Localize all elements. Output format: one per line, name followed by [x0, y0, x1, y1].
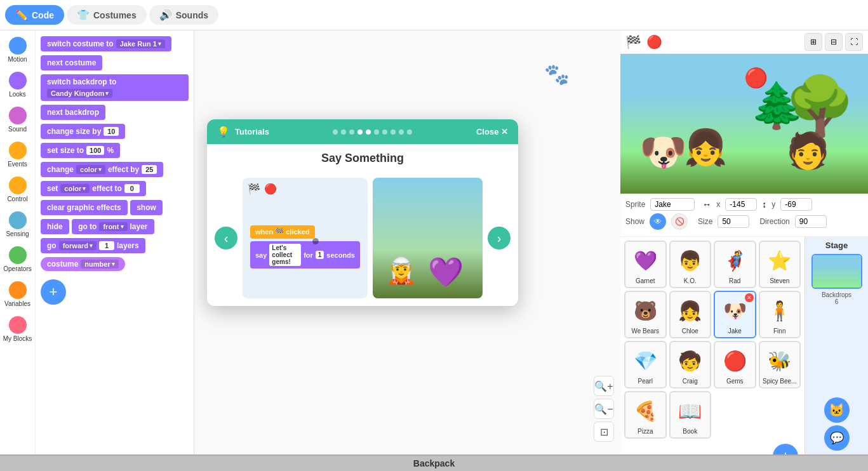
sidebar-item-variables[interactable]: Variables	[0, 277, 35, 311]
layout-split-button[interactable]: ⊟	[825, 33, 843, 51]
ko-label: K.O.	[684, 277, 697, 284]
operators-label: Operators	[3, 265, 31, 272]
categories-sidebar: Motion Looks Sound Events Control Sensin…	[0, 30, 36, 454]
sound-label: Sound	[8, 126, 27, 133]
sprites-grid: 💜 Garnet 👦 K.O. 🦸 Rad ⭐	[624, 241, 801, 439]
block-next-backdrop[interactable]: next backdrop	[41, 105, 105, 120]
sprite-thumb-jake[interactable]: ✕ 🐶 Jake	[714, 291, 756, 338]
sprite-thumb-finn[interactable]: 🧍 Finn	[759, 291, 801, 338]
when-clicked-block[interactable]: when 🏁 clicked	[250, 225, 315, 239]
x-input[interactable]	[725, 198, 757, 211]
sprite-thumb-spicybee[interactable]: 🐝 Spicy Bee...	[759, 341, 801, 388]
direction-input[interactable]	[795, 215, 827, 228]
code-area: 🐾 💡 Tutorials Close ✕	[194, 30, 620, 454]
block-set-size[interactable]: set size to 100 %	[41, 143, 120, 158]
green-flag-button[interactable]: 🏁	[625, 34, 641, 50]
code-tab-label: Code	[32, 10, 54, 20]
right-panel: 🏁 🔴 ⊞ ⊟ ⛶ 🌳 🌲 🐶 👧 🧑 🔴	[620, 30, 868, 454]
jake-remove-button[interactable]: ✕	[745, 293, 754, 302]
size-label: Size	[698, 217, 712, 226]
layout-small-button[interactable]: ⊞	[805, 33, 822, 51]
events-dot	[9, 142, 27, 159]
sprite-thumb-craig[interactable]: 🧒 Craig	[669, 341, 712, 388]
add-sprite-button[interactable]: +	[773, 444, 798, 454]
zoom-reset-button[interactable]: ⊡	[594, 421, 614, 442]
tab-costumes[interactable]: 👕 Costumes	[67, 5, 147, 25]
block-hide[interactable]: hide	[41, 219, 69, 234]
say-block[interactable]: say Let's collect gems! for 1 seconds	[250, 241, 360, 269]
block-set-effect[interactable]: set color effect to 0	[41, 181, 146, 196]
dot-4	[357, 129, 363, 135]
sidebar-item-events[interactable]: Events	[0, 138, 35, 171]
top-bar: ✏️ Code 👕 Costumes 🔊 Sounds	[0, 0, 868, 30]
tutorial-prev-button[interactable]: ‹	[215, 227, 237, 249]
block-change-color-effect[interactable]: change color effect by 25	[41, 162, 163, 177]
tab-sounds[interactable]: 🔊 Sounds	[149, 5, 218, 25]
sidebar-item-sensing[interactable]: Sensing	[0, 208, 35, 241]
stage-thumbnail[interactable]	[811, 254, 862, 289]
layout-fullscreen-button[interactable]: ⛶	[845, 33, 863, 51]
block-show[interactable]: show	[130, 200, 163, 215]
tutorial-flag-area: 🏁 🔴	[248, 183, 277, 195]
looks-dot	[9, 72, 27, 90]
sidebar-item-myblocks[interactable]: My Blocks	[0, 312, 35, 346]
operators-dot	[9, 246, 27, 264]
tutorial-green-flag[interactable]: 🏁	[248, 183, 260, 195]
block-costume-number[interactable]: costume number	[41, 257, 125, 271]
stage-ball: 🔴	[744, 67, 768, 89]
sprite-name-input[interactable]	[650, 198, 695, 211]
pearl-label: Pearl	[638, 378, 653, 385]
stop-button[interactable]: 🔴	[646, 34, 662, 50]
block-switch-costume[interactable]: switch costume to Jake Run 1	[41, 36, 171, 51]
sidebar-item-motion[interactable]: Motion	[0, 33, 35, 67]
sprite-thumb-webears[interactable]: 🐻 We Bears	[624, 291, 667, 338]
block-next-costume[interactable]: next costume	[41, 55, 102, 70]
stage-jake: 🐶	[639, 129, 687, 175]
sidebar-item-operators[interactable]: Operators	[0, 242, 35, 276]
y-input[interactable]	[780, 198, 812, 211]
add-block-button[interactable]: +	[41, 279, 66, 305]
sprite-thumb-ko[interactable]: 👦 K.O.	[669, 241, 712, 288]
tutorial-title: Say Something	[207, 144, 518, 173]
tab-code[interactable]: ✏️ Code	[5, 5, 64, 25]
block-go-layers[interactable]: go forward 1 layers	[41, 238, 145, 253]
stage-controls: 🏁 🔴 ⊞ ⊟ ⛶	[620, 30, 868, 54]
code-icon: ✏️	[15, 9, 28, 21]
sidebar-item-control[interactable]: Control	[0, 173, 35, 206]
sprite-thumb-gems[interactable]: 🔴 Gems	[714, 341, 756, 388]
sprite-thumb-chloe[interactable]: 👧 Chloe	[669, 291, 712, 338]
stage-panel-title: Stage	[825, 241, 848, 250]
sidebar-item-sound[interactable]: Sound	[0, 103, 35, 136]
block-go-to-layer[interactable]: go to front layer	[72, 219, 154, 234]
variables-dot	[9, 281, 27, 299]
sprite-thumb-rad[interactable]: 🦸 Rad	[714, 241, 756, 288]
add-to-stage-button[interactable]: 🐱	[824, 397, 850, 423]
spicybee-label: Spicy Bee...	[763, 378, 796, 385]
block-change-size[interactable]: change size by 10	[41, 124, 125, 139]
sound-dot	[9, 107, 27, 124]
tutorial-content: ‹ 🏁 🔴 when 🏁 clicked	[207, 173, 518, 306]
block-switch-backdrop[interactable]: switch backdrop to Candy Kingdom	[41, 74, 189, 101]
size-input[interactable]	[718, 215, 749, 228]
block-clear-effects[interactable]: clear graphic effects	[41, 200, 128, 215]
zoom-in-button[interactable]: 🔍+	[594, 376, 614, 396]
sprite-thumb-steven[interactable]: ⭐ Steven	[759, 241, 801, 288]
webears-label: We Bears	[631, 328, 659, 335]
craig-img: 🧒	[674, 345, 706, 376]
sprite-thumb-garnet[interactable]: 💜 Garnet	[624, 241, 667, 288]
tutorial-stop-btn[interactable]: 🔴	[264, 183, 277, 195]
show-eye-button[interactable]: 👁	[650, 213, 666, 230]
hide-eye-button[interactable]: 🚫	[671, 213, 688, 230]
zoom-out-button[interactable]: 🔍−	[594, 399, 614, 419]
sprite-thumb-pizza[interactable]: 🍕 Pizza	[624, 391, 667, 439]
tutorial-next-button[interactable]: ›	[488, 227, 511, 249]
stage-action-button[interactable]: 💬	[824, 425, 850, 451]
sprite-thumb-pearl[interactable]: 💎 Pearl	[624, 341, 667, 388]
stage-panel: Stage Backdrops 6 🐱 💬	[805, 237, 868, 454]
sidebar-item-looks[interactable]: Looks	[0, 68, 35, 102]
sprites-area: 💜 Garnet 👦 K.O. 🦸 Rad ⭐	[620, 237, 868, 454]
sprite-thumb-book[interactable]: 📖 Book	[669, 391, 712, 439]
show-label: Show	[625, 217, 644, 226]
tutorial-close-button[interactable]: Close ✕	[476, 127, 508, 136]
backpack-bar[interactable]: Backpack	[0, 454, 868, 471]
